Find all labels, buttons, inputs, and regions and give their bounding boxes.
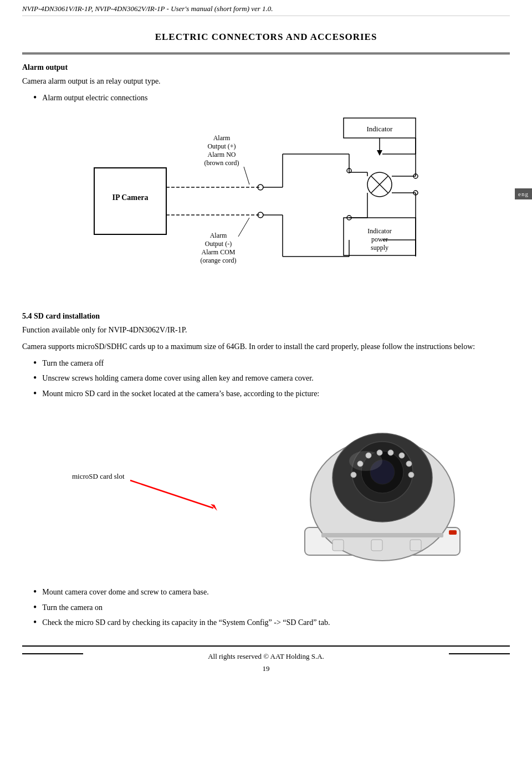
svg-text:Alarm: Alarm: [213, 134, 231, 142]
bullet-dot: •: [33, 92, 37, 104]
svg-point-67: [351, 472, 356, 478]
sd-card-body2: Camera supports microSD/SDHC cards up to…: [22, 341, 510, 353]
alarm-diagram-svg: IP Camera Alarm Output (+) Alarm NO (bro…: [72, 112, 460, 301]
svg-text:Indicator: Indicator: [367, 125, 393, 133]
alarm-bullet-label: Alarm output electric connections: [42, 92, 147, 104]
svg-rect-69: [332, 540, 344, 551]
svg-line-10: [244, 167, 249, 184]
footer-text: All rights reserved © AAT Holding S.A.: [208, 652, 324, 661]
sd-bullet-0-text: Turn the camera off: [42, 357, 104, 370]
page-container: NVIP-4DN3061V/IR-1P, NVIP-4DN3062V/IR-1P…: [0, 0, 532, 779]
sd-card-section: 5.4 SD card installation Function availa…: [22, 312, 510, 629]
sd-bullet-2-text: Mount micro SD card in the socket locate…: [42, 388, 319, 400]
svg-rect-68: [321, 533, 443, 537]
bullet-dot-5: •: [33, 617, 37, 629]
sd-bullet-0: • Turn the camera off: [22, 357, 510, 370]
header-title: NVIP-4DN3061V/IR-1P, NVIP-4DN3062V/IR-1P…: [22, 0, 510, 16]
svg-point-73: [349, 451, 382, 471]
svg-line-15: [238, 218, 249, 237]
alarm-output-section: Alarm output Camera alarm output is an r…: [22, 63, 510, 301]
svg-text:(orange cord): (orange cord): [201, 257, 237, 264]
sd-bullet-3-text: Mount camera cover dome and screw to cam…: [42, 586, 208, 598]
camera-dome-svg: [288, 411, 477, 572]
page-number: 19: [22, 664, 510, 673]
svg-text:Indicator: Indicator: [367, 227, 391, 235]
alarm-output-body1: Camera alarm output is an relay output t…: [22, 75, 510, 88]
eng-tab: eng: [515, 188, 532, 199]
svg-text:power: power: [371, 235, 388, 243]
bullet-dot-1: •: [33, 372, 37, 385]
svg-line-52: [130, 480, 213, 508]
sd-card-body1: Function available only for NVIP-4DN3062…: [22, 324, 510, 336]
svg-text:Alarm COM: Alarm COM: [202, 248, 236, 256]
svg-rect-70: [371, 540, 382, 551]
bullet-dot-4: •: [33, 602, 37, 614]
bullet-dot-3: •: [33, 586, 37, 598]
svg-point-65: [406, 461, 412, 467]
footer-rule-right: [449, 653, 510, 654]
sd-bullet-2: • Mount micro SD card in the socket loca…: [22, 388, 510, 400]
svg-point-66: [408, 472, 414, 478]
alarm-diagram-area: IP Camera Alarm Output (+) Alarm NO (bro…: [22, 112, 510, 301]
sd-card-title: 5.4 SD card installation: [22, 312, 510, 321]
sd-bullet-5-text: Check the micro SD card by checking its …: [42, 617, 330, 629]
camera-image-area: microSD card slot: [22, 411, 510, 577]
svg-text:IP Camera: IP Camera: [112, 193, 149, 202]
sd-bullet-5: • Check the micro SD card by checking it…: [22, 617, 510, 629]
svg-text:Alarm NO: Alarm NO: [208, 151, 236, 158]
svg-marker-31: [377, 150, 382, 156]
alarm-output-title: Alarm output: [22, 63, 510, 72]
microsd-arrow-svg: [66, 461, 255, 533]
sd-bullet-1-text: Unscrew screws holding camera dome cover…: [42, 372, 313, 385]
svg-rect-72: [449, 530, 457, 535]
bullet-dot-2: •: [33, 388, 37, 400]
footer: All rights reserved © AAT Holding S.A.: [22, 645, 510, 661]
svg-text:supply: supply: [371, 244, 388, 252]
alarm-bullet-connections: • Alarm output electric connections: [22, 92, 510, 104]
double-rule: [22, 53, 510, 54]
page-title: ELECTRIC CONNECTORS AND ACCESORIES: [22, 32, 510, 43]
sd-bullet-3: • Mount camera cover dome and screw to c…: [22, 586, 510, 598]
sd-bullet-4: • Turn the camera on: [22, 602, 510, 614]
svg-rect-71: [410, 540, 421, 551]
svg-text:Output (+): Output (+): [207, 142, 236, 150]
svg-text:(brown cord): (brown cord): [204, 159, 239, 167]
sd-bullet-4-text: Turn the camera on: [42, 602, 103, 614]
svg-text:Output (-): Output (-): [205, 240, 232, 248]
svg-text:Alarm: Alarm: [210, 232, 227, 239]
svg-point-64: [399, 453, 405, 458]
bullet-dot-0: •: [33, 357, 37, 370]
footer-rule-left: [22, 653, 83, 654]
sd-bullet-1: • Unscrew screws holding camera dome cov…: [22, 372, 510, 385]
svg-point-63: [388, 450, 393, 455]
